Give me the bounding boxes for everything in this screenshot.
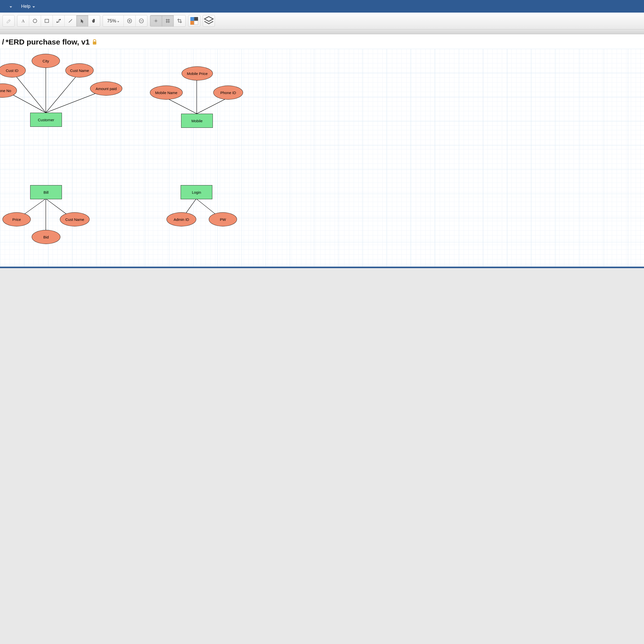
ellipse-tool-button[interactable] [29,15,41,26]
attribute-bill-cust-name[interactable]: Cust Name [60,212,90,226]
connector-tool-button[interactable] [53,15,65,26]
entity-label: Mobile [191,119,203,123]
attribute-admin-id[interactable]: Admin ID [167,212,196,226]
svg-line-28 [166,98,197,114]
status-bar [0,267,644,268]
svg-line-26 [46,73,79,113]
snap-to-object-button[interactable] [150,15,162,26]
entity-mobile[interactable]: Mobile [181,114,213,128]
lock-icon [92,39,97,45]
paint-format-button [3,15,14,26]
layers-button[interactable] [203,15,215,27]
color-palette-button[interactable] [188,15,200,27]
attribute-label: Amount paid [96,87,117,91]
tool-group-paint [3,15,15,27]
attribute-pw[interactable]: PW [209,212,237,226]
attribute-label: Cust ID [6,68,18,73]
zoom-out-button[interactable] [136,15,147,26]
svg-rect-20 [190,21,194,25]
attribute-label: Phone ID [220,91,236,95]
svg-line-30 [197,98,228,114]
entity-bill[interactable]: Bill [30,185,62,199]
document-title[interactable]: *ERD purchase flow, v1 [6,38,90,46]
attribute-phone-id[interactable]: Phone ID [213,86,243,100]
zoom-level-dropdown[interactable]: 75% [103,15,124,26]
svg-line-24 [12,71,46,113]
rectangle-tool-button[interactable] [41,15,53,26]
svg-rect-4 [60,19,61,20]
attribute-label: Cust Name [65,217,84,222]
entity-label: Bill [44,190,49,194]
svg-text:A: A [22,19,25,23]
svg-rect-22 [93,42,96,45]
diagram-canvas[interactable]: Customer Phone No Cust ID City Cust Name… [0,49,644,268]
svg-rect-13 [155,20,157,22]
attribute-city[interactable]: City [32,54,60,68]
zoom-in-button[interactable] [124,15,136,26]
chevron-down-icon [117,18,119,24]
select-tool-button[interactable] [76,15,88,26]
attribute-mobile-price[interactable]: Mobile Price [182,66,213,81]
attribute-label: PW [220,217,226,222]
menu-item-help[interactable]: Help [17,0,39,13]
entity-login[interactable]: Login [181,185,212,199]
pan-tool-button[interactable] [88,15,100,26]
tool-group-snap [150,15,186,27]
attribute-label: Price [12,217,21,222]
attribute-label: Mobile Name [155,91,177,95]
menu-item-truncated[interactable] [3,0,17,13]
connector-layer [0,49,644,268]
svg-rect-19 [194,17,198,21]
svg-rect-18 [190,17,194,21]
attribute-mobile-name[interactable]: Mobile Name [150,86,183,100]
svg-rect-21 [194,21,198,25]
menubar: Help [0,0,644,13]
attribute-label: Bid [43,235,49,239]
attribute-cust-name[interactable]: Cust Name [65,63,94,77]
text-tool-button[interactable]: A [17,15,29,26]
chevron-down-icon [32,4,35,9]
breadcrumb-slash: / [2,38,4,46]
entity-label: Login [192,190,201,194]
toolbar-shelf [0,29,644,34]
attribute-bid[interactable]: Bid [32,230,60,244]
attribute-label: Mobile Price [187,71,208,76]
tool-group-shapes: A [17,15,100,27]
svg-point-1 [33,19,37,23]
svg-rect-3 [57,22,58,23]
attribute-label: Cust Name [70,68,89,73]
attribute-label: City [43,59,49,63]
svg-rect-2 [45,19,49,23]
attribute-label: Admin ID [174,217,189,222]
crop-button[interactable] [174,15,185,26]
zoom-level-label: 75% [107,18,116,24]
document-header: / *ERD purchase flow, v1 [0,34,644,49]
line-tool-button[interactable] [65,15,76,26]
svg-line-5 [69,19,72,23]
snap-to-grid-button[interactable] [162,15,174,26]
entity-label: Customer [38,118,54,122]
chevron-down-icon [10,4,12,9]
attribute-amount-paid[interactable]: Amount paid [90,82,122,96]
menu-label-help: Help [21,4,30,9]
attribute-price[interactable]: Price [3,212,31,226]
toolbar: A 75% [0,13,644,29]
tool-group-zoom: 75% [103,15,147,27]
entity-customer[interactable]: Customer [30,113,62,127]
attribute-label: Phone No [0,89,11,93]
